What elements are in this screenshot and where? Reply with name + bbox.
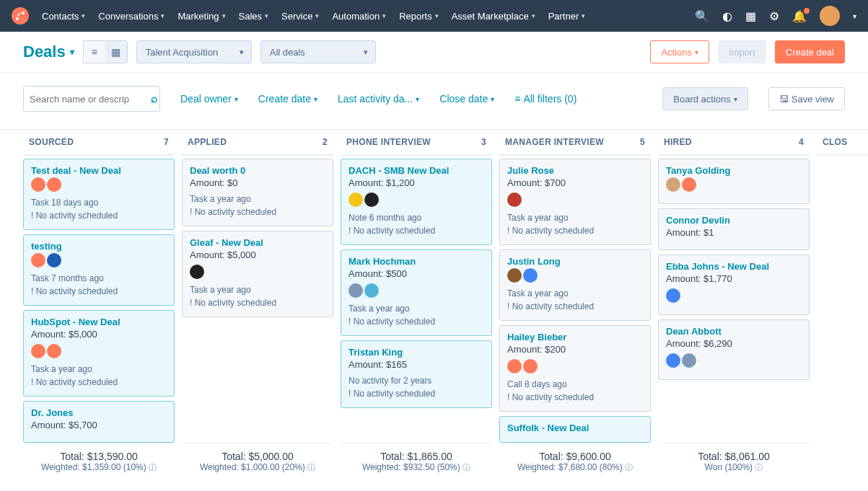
- nav-asset-marketplace[interactable]: Asset Marketplace▾: [452, 8, 535, 25]
- nav-marketing[interactable]: Marketing▾: [177, 8, 225, 25]
- top-nav: Contacts▾Conversations▾Marketing▾Sales▾S…: [0, 0, 868, 32]
- deal-amount: Amount: $200: [507, 344, 643, 355]
- deal-card[interactable]: Deal worth 0Amount: $0Task a year agoNo …: [182, 159, 333, 226]
- account-menu-chevron-icon[interactable]: ▾: [853, 12, 856, 20]
- column-footer: Total: $8,061.00Won (100%) ⓘ: [658, 443, 810, 480]
- column-footer: Total: $13,590.00Weighted: $1,359.00 (10…: [23, 443, 175, 480]
- nav-partner[interactable]: Partner▾: [548, 8, 586, 25]
- deal-card[interactable]: Gleaf - New DealAmount: $5,000Task a yea…: [182, 231, 333, 317]
- column-weighted: Weighted: $7,680.00 (80%) ⓘ: [499, 462, 651, 473]
- association-icon: [47, 344, 61, 358]
- info-icon[interactable]: ⓘ: [149, 463, 157, 472]
- association-icon: [666, 177, 680, 192]
- deal-amount: Amount: $5,000: [31, 329, 167, 340]
- deal-amount: Amount: $5,000: [190, 249, 325, 260]
- column-body: Tanya GoldingConnor DevlinAmount: $1Ebba…: [658, 156, 810, 443]
- search-input[interactable]: [30, 94, 151, 105]
- user-avatar[interactable]: [820, 6, 840, 26]
- deal-card[interactable]: Test deal - New DealTask 18 days agoNo a…: [23, 159, 175, 230]
- deal-meta: Task a year agoNo activity scheduled: [190, 283, 325, 309]
- deal-card[interactable]: Ebba Johns - New DealAmount: $1,770: [658, 255, 810, 315]
- association-icon: [507, 359, 522, 373]
- column-sourced: Sourced7Test deal - New DealTask 18 days…: [23, 130, 175, 480]
- deal-card[interactable]: Julie RoseAmount: $700Task a year agoNo …: [499, 159, 651, 245]
- nav-sales[interactable]: Sales▾: [239, 8, 269, 25]
- deal-card[interactable]: HubSpot - New DealAmount: $5,000Task a y…: [23, 310, 175, 397]
- deal-card[interactable]: Suffolk - New Deal: [499, 416, 651, 443]
- pipeline-select[interactable]: Talent Acquisition: [136, 40, 252, 63]
- deal-amount: Amount: $500: [348, 268, 484, 279]
- all-filters-link[interactable]: ≡ All filters (0): [514, 93, 577, 105]
- info-icon[interactable]: ⓘ: [625, 463, 633, 472]
- page-title-dropdown[interactable]: Deals▾: [23, 43, 74, 61]
- deal-card[interactable]: DACH - SMB New DealAmount: $1,200Note 6 …: [341, 159, 492, 245]
- info-icon[interactable]: ⓘ: [463, 463, 470, 472]
- deal-card[interactable]: Dean AbbottAmount: $6,290: [658, 319, 810, 380]
- association-icon: [348, 193, 363, 207]
- deals-board: Sourced7Test deal - New DealTask 18 days…: [0, 130, 868, 480]
- deal-card[interactable]: Dr. JonesAmount: $5,700: [23, 401, 175, 443]
- deal-card[interactable]: Mark HochmanAmount: $500Task a year agoN…: [341, 249, 492, 336]
- filter-deal-owner[interactable]: Deal owner▾: [180, 93, 238, 105]
- deal-card[interactable]: testingTask 7 months agoNo activity sche…: [23, 234, 175, 306]
- association-icon: [47, 253, 61, 267]
- deal-meta: Task 18 days agoNo activity scheduled: [31, 196, 167, 222]
- nav-automation[interactable]: Automation▾: [332, 8, 386, 25]
- board-view-button[interactable]: ▦: [105, 41, 127, 63]
- column-body: DACH - SMB New DealAmount: $1,200Note 6 …: [341, 156, 492, 443]
- deal-title: Suffolk - New Deal: [507, 423, 643, 433]
- nav-reports[interactable]: Reports▾: [399, 8, 439, 25]
- save-view-button[interactable]: 🖫 Save view: [768, 87, 845, 110]
- nav-contacts[interactable]: Contacts▾: [42, 8, 85, 25]
- create-deal-button[interactable]: Create deal: [775, 40, 845, 63]
- deal-associations: [507, 359, 643, 373]
- upgrade-icon[interactable]: ◐: [722, 9, 732, 23]
- info-icon[interactable]: ⓘ: [755, 463, 763, 472]
- deal-meta: Task a year agoNo activity scheduled: [348, 302, 484, 328]
- association-icon: [364, 193, 379, 207]
- nav-conversations[interactable]: Conversations▾: [98, 8, 165, 25]
- filter-last-activity-da-[interactable]: Last activity da...▾: [338, 93, 419, 105]
- board-actions-button[interactable]: Board actions ▾: [662, 87, 748, 110]
- deal-title: Hailey Bieber: [507, 332, 643, 342]
- deal-title: HubSpot - New Deal: [31, 317, 167, 327]
- association-icon: [47, 177, 61, 192]
- info-icon[interactable]: ⓘ: [307, 463, 315, 472]
- scope-select[interactable]: All deals: [260, 40, 376, 63]
- deal-meta: Task a year agoNo activity scheduled: [190, 193, 325, 218]
- svg-point-1: [16, 17, 19, 20]
- search-icon[interactable]: 🔍: [695, 9, 709, 23]
- deal-card[interactable]: Justin LongTask a year agoNo activity sc…: [499, 249, 651, 321]
- list-view-button[interactable]: ≡: [84, 41, 105, 63]
- deal-title: Gleaf - New Deal: [190, 237, 325, 248]
- search-icon[interactable]: ⌕: [151, 92, 158, 105]
- marketplace-icon[interactable]: ▦: [745, 9, 756, 23]
- deal-card[interactable]: Hailey BieberAmount: $200Call 8 days ago…: [499, 325, 651, 412]
- column-header: Hired4: [658, 130, 810, 156]
- deal-meta: Task a year agoNo activity scheduled: [507, 287, 643, 313]
- deal-card[interactable]: Tristan KingAmount: $165No activity for …: [341, 340, 492, 408]
- deal-card[interactable]: Connor DevlinAmount: $1: [658, 208, 810, 250]
- column-body: Test deal - New DealTask 18 days agoNo a…: [23, 156, 175, 443]
- column-total: Total: $1,865.00: [341, 451, 492, 462]
- hubspot-logo-icon[interactable]: [12, 7, 29, 25]
- column-footer: Total: $5,000.00Weighted: $1,000.00 (20%…: [182, 443, 333, 480]
- notifications-icon[interactable]: 🔔: [792, 9, 807, 23]
- association-icon: [364, 283, 379, 298]
- deal-meta: Task 7 months agoNo activity scheduled: [31, 272, 167, 298]
- deal-amount: Amount: $5,700: [31, 420, 167, 430]
- association-icon: [682, 353, 696, 368]
- import-button[interactable]: Import: [718, 40, 766, 63]
- deal-card[interactable]: Tanya Golding: [658, 159, 810, 204]
- filter-create-date[interactable]: Create date▾: [258, 93, 317, 105]
- actions-button[interactable]: Actions ▾: [650, 40, 709, 63]
- nav-service[interactable]: Service▾: [281, 8, 319, 25]
- column-applied: Applied2Deal worth 0Amount: $0Task a yea…: [182, 130, 333, 480]
- association-icon: [31, 177, 45, 192]
- deal-associations: [507, 193, 643, 207]
- column-manager-interview: Manager Interview5Julie RoseAmount: $700…: [499, 130, 651, 480]
- column-total: Total: $9,600.00: [499, 451, 651, 462]
- filter-close-date[interactable]: Close date▾: [439, 93, 494, 105]
- settings-icon[interactable]: ⚙: [769, 9, 779, 23]
- deal-meta: Task a year agoNo activity scheduled: [507, 211, 643, 237]
